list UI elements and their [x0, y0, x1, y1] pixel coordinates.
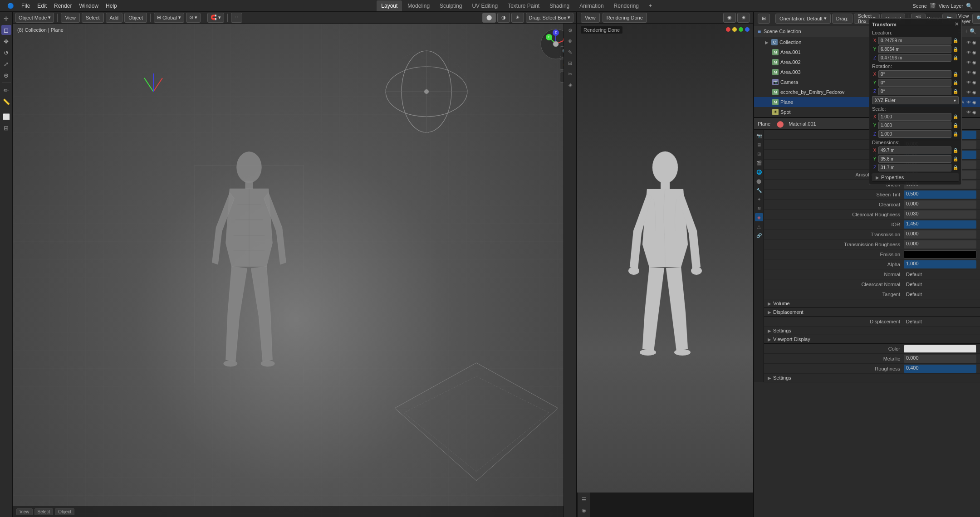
displacement-section-toggle[interactable]: ▶ Displacement [764, 308, 980, 317]
menu-help[interactable]: Help [102, 2, 121, 10]
clearcoat-value[interactable]: 0.000 [904, 200, 976, 209]
render-canvas[interactable]: Rendering Done [577, 24, 753, 493]
prop-icon-physics[interactable]: ≋ [755, 204, 763, 212]
add-cube-tool[interactable]: ⬜ [1, 112, 11, 122]
sheen-tint-value[interactable]: 0.500 [904, 190, 976, 199]
object-menu[interactable]: Object [124, 13, 147, 23]
tab-animation[interactable]: Animation [575, 0, 608, 11]
strip-hardops-icon[interactable]: ◈ [565, 80, 575, 90]
strip-edit-icon[interactable]: ✎ [565, 47, 575, 57]
annotate-tool[interactable]: ✏ [1, 85, 11, 95]
col-eye[interactable]: 👁 [966, 40, 971, 45]
viewport-shading-render[interactable]: ☀ [511, 13, 524, 23]
strip-tool-icon[interactable]: ⚙ [565, 25, 575, 35]
render-header-btn2[interactable]: ⊞ [737, 13, 750, 23]
render-select-menu[interactable]: Rendering Done [603, 13, 647, 23]
ecorche-eye[interactable]: 👁 [966, 90, 971, 95]
add-menu[interactable]: Add [106, 13, 123, 23]
search-icon[interactable]: 🔍 [966, 3, 973, 9]
cursor-tool[interactable]: ✛ [1, 14, 11, 24]
select-menu[interactable]: Select [82, 13, 104, 23]
footer-select[interactable]: Select [34, 508, 54, 515]
volume-section-toggle[interactable]: ▶ Volume [764, 299, 980, 308]
prop-icon-scene[interactable]: 🎬 [755, 159, 763, 167]
strip-view-icon[interactable]: 👁 [565, 36, 575, 46]
area001-hide[interactable]: ◉ [972, 50, 976, 55]
tab-shading[interactable]: Shading [545, 0, 574, 11]
area001-eye[interactable]: 👁 [966, 50, 971, 55]
tab-texture-paint[interactable]: Texture Paint [503, 0, 544, 11]
transform-tool[interactable]: ⊕ [1, 70, 11, 80]
prop-icon-object[interactable]: ⬤ [755, 177, 763, 185]
area002-hide[interactable]: ◉ [972, 60, 976, 65]
select-tool[interactable]: ◻ [1, 25, 11, 35]
rotate-tool[interactable]: ↺ [1, 48, 11, 58]
prop-icon-material[interactable]: ◈ [755, 213, 763, 221]
viewlayer-selector[interactable]: View Layer [939, 3, 963, 9]
header-drag-label[interactable]: Drag: [832, 14, 853, 24]
transmission-value[interactable]: 0.000 [904, 230, 976, 239]
plane-eye[interactable]: 👁 [966, 100, 971, 105]
menu-edit[interactable]: Edit [34, 2, 50, 10]
area003-hide[interactable]: ◉ [972, 70, 976, 75]
menu-render[interactable]: Render [50, 2, 75, 10]
strip-options-icon[interactable]: ⊞ [565, 58, 575, 68]
settings-section-toggle[interactable]: ▶ Settings [764, 327, 980, 335]
header-orientation-btn[interactable]: Orientation: Default ▾ [775, 14, 831, 24]
prop-icon-constraints[interactable]: 🔗 [755, 231, 763, 239]
viewport-display-section-toggle[interactable]: ▶ Viewport Display [764, 335, 980, 344]
render-header-btn1[interactable]: ◉ [723, 13, 736, 23]
col-hide[interactable]: ◉ [972, 40, 976, 45]
tab-add[interactable]: + [644, 0, 657, 11]
camera-hide[interactable]: ◉ [972, 80, 976, 85]
outliner-new-icon[interactable]: + [965, 28, 968, 34]
render-view-menu[interactable]: View [581, 13, 600, 23]
extrude-tool[interactable]: ⊞ [1, 123, 11, 133]
prop-icon-output[interactable]: 🖥 [755, 141, 763, 149]
transmission-roughness-value[interactable]: 0.000 [904, 240, 976, 249]
tab-modeling[interactable]: Modeling [403, 0, 434, 11]
snap-dropdown[interactable]: 🧲 ▾ [207, 13, 224, 23]
roughness2-value[interactable]: 0.400 [904, 365, 976, 373]
scale-tool[interactable]: ⤢ [1, 59, 11, 69]
footer-object[interactable]: Object [55, 508, 74, 515]
plane-hide[interactable]: ◉ [972, 100, 976, 105]
prop-icon-modifier[interactable]: 🔧 [755, 186, 763, 194]
tab-layout[interactable]: Layout [377, 0, 402, 11]
viewport-shading-solid[interactable]: ⬤ [482, 13, 496, 23]
tab-rendering[interactable]: Rendering [609, 0, 643, 11]
area002-eye[interactable]: 👁 [966, 60, 971, 65]
prop-icon-view-layer[interactable]: ⊞ [755, 150, 763, 158]
view-menu[interactable]: View [61, 13, 80, 23]
spot-eye[interactable]: 👁 [966, 110, 971, 115]
camera-eye[interactable]: 👁 [966, 80, 971, 85]
menu-window[interactable]: Window [75, 2, 102, 10]
metallic-value[interactable]: 0.000 [904, 355, 976, 363]
outliner-search-icon[interactable]: 🔍 [970, 28, 976, 34]
color-swatch[interactable] [904, 345, 976, 353]
tab-sculpting[interactable]: Sculpting [435, 0, 466, 11]
scene-selector[interactable]: Scene [913, 3, 927, 9]
render-strip-icon2[interactable]: ◉ [579, 505, 589, 515]
tab-uv-editing[interactable]: UV Editing [467, 0, 502, 11]
render-strip-icon1[interactable]: ☰ [579, 494, 589, 504]
prop-icon-data[interactable]: △ [755, 222, 763, 230]
viewport-shading-material[interactable]: ◑ [497, 13, 510, 23]
clearcoat-roughness-value[interactable]: 0.030 [904, 210, 976, 219]
prop-icon-particles[interactable]: ✦ [755, 195, 763, 203]
prop-icon-render[interactable]: 📷 [755, 132, 763, 140]
move-tool[interactable]: ✥ [1, 36, 11, 46]
strip-boxcutter-icon[interactable]: ✂ [565, 69, 575, 79]
ecorche-hide[interactable]: ◉ [972, 90, 976, 95]
alpha-value[interactable]: 1.000 [904, 260, 976, 268]
mode-dropdown[interactable]: Object Mode ▾ [15, 13, 54, 23]
ior-value[interactable]: 1.450 [904, 220, 976, 229]
menu-blender-icon[interactable]: 🔵 [4, 2, 18, 10]
header-search-icon[interactable]: 🔍 [972, 14, 980, 24]
area003-eye[interactable]: 👁 [966, 70, 971, 75]
measure-tool[interactable]: 📏 [1, 97, 11, 107]
spot-hide[interactable]: ◉ [972, 110, 976, 115]
emission-swatch[interactable] [904, 250, 976, 258]
settings2-section-toggle[interactable]: ▶ Settings [764, 374, 980, 382]
orientation-dropdown[interactable]: ⊞ Global ▾ [154, 13, 184, 23]
